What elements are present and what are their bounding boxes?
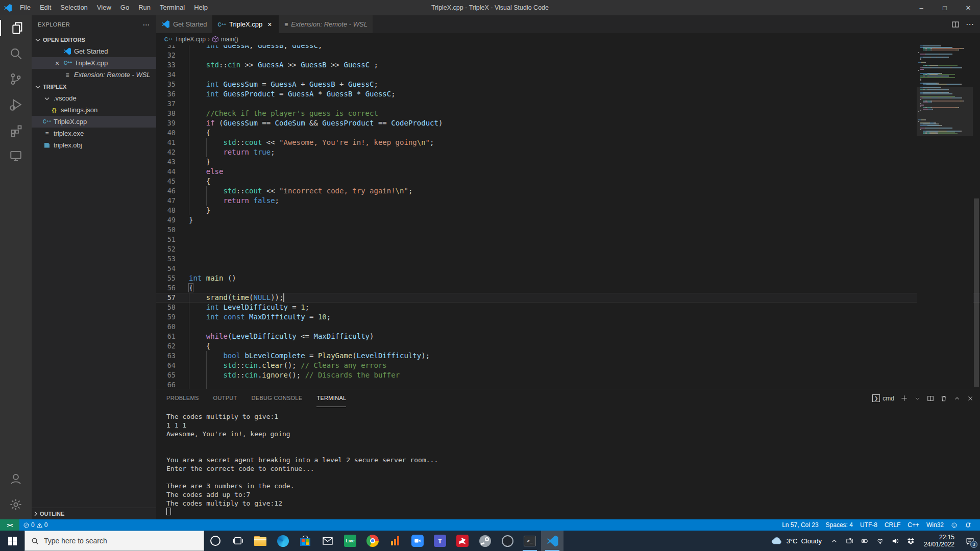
- maximize-panel-icon[interactable]: [953, 395, 961, 402]
- explorer-more-actions-icon[interactable]: ⋯: [143, 20, 150, 29]
- problems-status[interactable]: 0 0: [19, 519, 51, 531]
- close-editor-icon[interactable]: ×: [53, 59, 61, 67]
- code-line-32[interactable]: 32: [156, 51, 980, 60]
- panel-tab-output[interactable]: OUTPUT: [213, 389, 237, 407]
- status-ln-57-col-23[interactable]: Ln 57, Col 23: [778, 519, 822, 531]
- extensions-icon[interactable]: [0, 117, 32, 143]
- code-line-59[interactable]: 59 int const MaxDifficulty = 10;: [156, 312, 980, 322]
- battery-icon[interactable]: [857, 531, 873, 551]
- code-line-58[interactable]: 58 int LevelDifficulty = 1;: [156, 303, 980, 312]
- open-editor-triplex-cpp[interactable]: ×C++TripleX.cpp: [32, 57, 156, 69]
- account-icon[interactable]: [0, 466, 32, 492]
- code-line-49[interactable]: 49}: [156, 215, 980, 225]
- maximize-button[interactable]: □: [933, 0, 957, 15]
- meet-icon[interactable]: [406, 531, 429, 551]
- code-line-44[interactable]: 44 else: [156, 167, 980, 177]
- code-line-35[interactable]: 35 int GuessSum = GuessA + GuessB + Gues…: [156, 80, 980, 89]
- cortana-icon[interactable]: [204, 531, 227, 551]
- code-line-66[interactable]: 66: [156, 380, 980, 389]
- menu-terminal[interactable]: Terminal: [155, 4, 189, 11]
- close-panel-icon[interactable]: [967, 395, 974, 402]
- tree-item-triplex-obj[interactable]: triplex.obj: [32, 139, 156, 151]
- scrollbar-thumb[interactable]: [974, 198, 979, 387]
- tree-item-triplex-exe[interactable]: ≡triplex.exe: [32, 128, 156, 139]
- panel-tab-debug-console[interactable]: DEBUG CONSOLE: [252, 389, 303, 407]
- terminal-dropdown-icon[interactable]: [914, 395, 921, 402]
- code-line-55[interactable]: 55int main (): [156, 273, 980, 283]
- close-tab-icon[interactable]: ×: [265, 20, 274, 29]
- code-line-47[interactable]: 47 return false;: [156, 196, 980, 206]
- code-line-48[interactable]: 48 }: [156, 206, 980, 215]
- menu-file[interactable]: File: [15, 4, 35, 11]
- code-line-38[interactable]: 38 //Check if the player's guess is corr…: [156, 109, 980, 118]
- menu-help[interactable]: Help: [189, 4, 212, 11]
- new-terminal-icon[interactable]: [900, 394, 908, 402]
- vscode-icon[interactable]: [541, 531, 564, 551]
- mail-icon[interactable]: [316, 531, 339, 551]
- meet-now-icon[interactable]: [842, 531, 857, 551]
- menu-selection[interactable]: Selection: [56, 4, 92, 11]
- steam-icon[interactable]: [474, 531, 496, 551]
- start-button[interactable]: [0, 531, 24, 551]
- store-icon[interactable]: [294, 531, 316, 551]
- kill-terminal-icon[interactable]: [940, 395, 947, 402]
- status-spaces-4[interactable]: Spaces: 4: [822, 519, 856, 531]
- action-center-icon[interactable]: 3: [960, 531, 980, 551]
- panel-tab-problems[interactable]: PROBLEMS: [166, 389, 199, 407]
- stocks-icon[interactable]: [384, 531, 406, 551]
- code-line-62[interactable]: 62 {: [156, 341, 980, 351]
- code-line-64[interactable]: 64 std::cin.clear(); // Clears any error…: [156, 361, 980, 370]
- code-line-60[interactable]: 60: [156, 322, 980, 332]
- tree-item-vscode[interactable]: .vscode: [32, 92, 156, 104]
- code-line-57[interactable]: 57 srand(time(NULL));: [156, 293, 980, 303]
- minimap-slider[interactable]: [917, 87, 973, 136]
- terminal-output[interactable]: The codes multiply to give:11 1 1Awesome…: [156, 407, 980, 516]
- code-editor[interactable]: 31 int GuessA, GuessB, GuessC;3233 std::…: [156, 45, 980, 389]
- edge-icon[interactable]: [272, 531, 294, 551]
- tree-item-settings-json[interactable]: {}settings.json: [32, 104, 156, 116]
- run-debug-icon[interactable]: [0, 92, 32, 117]
- settings-icon[interactable]: [0, 492, 32, 517]
- code-line-54[interactable]: 54: [156, 264, 980, 273]
- status-utf-8[interactable]: UTF-8: [856, 519, 881, 531]
- code-line-51[interactable]: 51: [156, 235, 980, 244]
- code-line-37[interactable]: 37: [156, 99, 980, 109]
- editor-more-actions-icon[interactable]: ⋯: [966, 19, 974, 29]
- terminal-shell-selector[interactable]: ❯cmd: [872, 394, 894, 402]
- volume-icon[interactable]: [888, 531, 903, 551]
- teams-icon[interactable]: T: [429, 531, 451, 551]
- remote-indicator[interactable]: ><: [0, 519, 19, 531]
- code-line-53[interactable]: 53: [156, 254, 980, 264]
- code-line-31[interactable]: 31 int GuessA, GuessB, GuessC;: [156, 45, 980, 51]
- code-line-33[interactable]: 33 std::cin >> GuessA >> GuessB >> Guess…: [156, 60, 980, 70]
- outline-section-header[interactable]: OUTLINE: [32, 508, 156, 519]
- notifications-bell-icon[interactable]: [961, 519, 975, 531]
- code-line-39[interactable]: 39 if (GuessSum == CodeSum && GuessProdu…: [156, 118, 980, 128]
- editor-scrollbar[interactable]: [973, 45, 980, 389]
- wifi-icon[interactable]: [873, 531, 888, 551]
- explorer-icon[interactable]: [0, 15, 32, 41]
- breadcrumb-item-triplex-cpp[interactable]: C++TripleX.cpp: [164, 36, 206, 43]
- tab-triplex-cpp[interactable]: C++TripleX.cpp×: [212, 15, 279, 33]
- status-crlf[interactable]: CRLF: [881, 519, 904, 531]
- breadcrumb-item-main[interactable]: main(): [212, 36, 238, 43]
- chrome-icon[interactable]: [361, 531, 384, 551]
- menu-view[interactable]: View: [92, 4, 116, 11]
- open-editor-get-started[interactable]: Get Started: [32, 45, 156, 57]
- menu-run[interactable]: Run: [134, 4, 155, 11]
- code-line-40[interactable]: 40 {: [156, 128, 980, 138]
- status-win32[interactable]: Win32: [923, 519, 947, 531]
- code-line-36[interactable]: 36 int GuessProduct = GuessA * GuessB * …: [156, 89, 980, 99]
- code-line-63[interactable]: 63 bool bLevelComplete = PlayGame(LevelD…: [156, 351, 980, 361]
- code-line-42[interactable]: 42 return true;: [156, 147, 980, 157]
- code-line-50[interactable]: 50: [156, 225, 980, 235]
- code-line-43[interactable]: 43 }: [156, 157, 980, 167]
- open-editors-header[interactable]: OPEN EDITORS: [32, 34, 156, 45]
- panel-tab-terminal[interactable]: TERMINAL: [316, 389, 346, 407]
- code-line-46[interactable]: 46 std::cout << "incorrect code, try aga…: [156, 186, 980, 196]
- code-line-61[interactable]: 61 while(LevelDifficulty <= MaxDifficult…: [156, 332, 980, 341]
- open-editor-extension-remote-wsl[interactable]: ≡Extension: Remote - WSL: [32, 69, 156, 81]
- split-editor-icon[interactable]: [951, 20, 960, 29]
- folder-header-triplex[interactable]: TRIPLEX: [32, 81, 156, 92]
- split-terminal-icon[interactable]: [927, 395, 934, 402]
